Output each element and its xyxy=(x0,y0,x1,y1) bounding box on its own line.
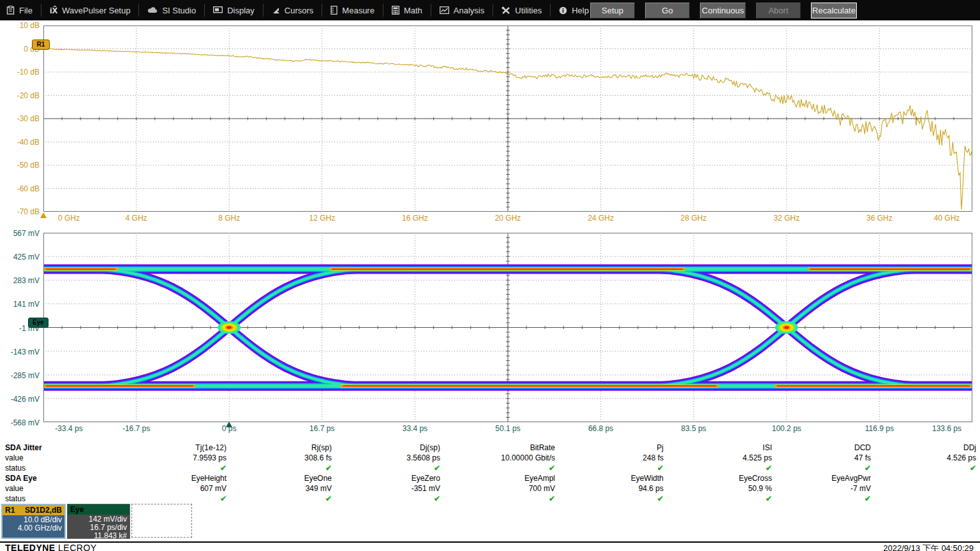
measurement-row-label: value xyxy=(5,453,24,462)
measurement-column-name: BitRate xyxy=(459,443,555,452)
status-pass-checkmark: ✔ xyxy=(236,494,339,503)
sparam-x-tick-label: 12 GHz xyxy=(297,214,348,223)
measurement-column-name: Dj(sp) xyxy=(345,443,440,452)
measurement-value: 349 mV xyxy=(236,484,332,493)
sparam-x-tick-label: 24 GHz xyxy=(575,214,627,223)
eye-y-tick-label: -143 mV xyxy=(0,348,40,356)
measurement-value: 94.6 ps xyxy=(568,484,664,493)
menu-item-si-studio[interactable]: SI Studio xyxy=(139,4,205,17)
measurement-value: 700 mV xyxy=(459,484,555,493)
measurement-column-name: EyeOne xyxy=(236,474,332,483)
continuous-button[interactable]: Continuous xyxy=(700,3,746,18)
status-pass-checkmark: ✔ xyxy=(459,464,563,473)
sparam-x-tick-label: 20 GHz xyxy=(482,214,533,223)
measurement-value: 4.526 ps xyxy=(880,453,976,462)
clock-timestamp: 2022/9/13 下午 04:50:29 xyxy=(883,543,974,551)
eye-y-tick-label: -426 mV xyxy=(0,395,40,404)
measurement-value: 248 fs xyxy=(568,453,664,462)
measurement-value: 607 mV xyxy=(131,484,226,493)
menu-item-utilities[interactable]: Utilities xyxy=(493,4,551,17)
r1-trace-badge[interactable]: R1 xyxy=(32,40,50,50)
measurement-column-name: EyeWidth xyxy=(568,474,664,483)
measurement-column-name: EyeCross xyxy=(676,474,772,483)
eye-x-tick-label: 100.2 ps xyxy=(761,424,812,433)
sparam-x-tick-label: 32 GHz xyxy=(761,214,812,223)
menu-item-file[interactable]: File xyxy=(0,4,41,17)
descriptor-r1-trace-name: SD1D2,dB xyxy=(25,506,62,515)
menu-item-label: WavePulser Setup xyxy=(62,6,130,15)
sparam-y-tick-label: -60 dB xyxy=(0,184,40,193)
measurement-column-name: EyeHeight xyxy=(131,474,226,483)
menu-item-display[interactable]: Display xyxy=(205,4,264,17)
status-pass-checkmark: ✔ xyxy=(775,494,879,503)
trigger-position-marker xyxy=(226,422,232,427)
eye-trace-badge[interactable]: Eye xyxy=(28,318,48,328)
wavepulser-icon: iX̂ xyxy=(50,6,57,15)
sparam-x-tick-label: 40 GHz xyxy=(921,214,972,223)
sparam-y-tick-label: -30 dB xyxy=(0,114,40,123)
measurement-value: -351 mV xyxy=(345,484,440,493)
menu-item-analysis[interactable]: Analysis xyxy=(431,4,493,17)
descriptor-box-empty[interactable] xyxy=(131,504,192,538)
measurement-group-title: SDA Eye xyxy=(5,474,37,483)
status-pass-checkmark: ✔ xyxy=(131,464,234,473)
menu-item-label: Measure xyxy=(342,6,375,15)
eye-x-tick-label: 33.4 ps xyxy=(389,424,440,433)
measurement-column-name: Pj xyxy=(568,443,664,452)
si-studio-icon xyxy=(147,6,158,14)
menu-item-label: SI Studio xyxy=(162,6,196,15)
measurement-row-label: status xyxy=(5,464,26,473)
measurement-value: 308.6 fs xyxy=(236,453,332,462)
status-pass-checkmark: ✔ xyxy=(775,464,879,473)
status-pass-checkmark: ✔ xyxy=(345,464,448,473)
measurement-row-label: status xyxy=(5,494,26,503)
descriptor-r1-hscale: 4.00 GHz/div xyxy=(3,524,62,533)
utilities-icon xyxy=(501,6,510,15)
footer-divider xyxy=(0,541,980,543)
measurement-row-label: value xyxy=(5,484,24,493)
brand-logo: TELEDYNE LECROY xyxy=(5,543,97,551)
descriptor-eye-count: 11.843 k# xyxy=(68,532,127,540)
file-icon xyxy=(6,6,15,15)
descriptor-box-eye[interactable]: Eye 142 mV/div 16.7 ps/div 11.843 k# xyxy=(67,504,130,539)
sparam-y-tick-label: -70 dB xyxy=(0,207,40,216)
measurement-value: 3.5608 ps xyxy=(345,453,440,462)
menu-item-measure[interactable]: Measure xyxy=(322,4,383,17)
sparam-frequency-response-plot[interactable] xyxy=(43,26,972,212)
menu-item-label: Math xyxy=(404,6,422,15)
eye-x-tick-label: 50.1 ps xyxy=(482,424,533,433)
eye-x-tick-label: -16.7 ps xyxy=(111,424,162,433)
status-pass-checkmark: ✔ xyxy=(568,494,671,503)
abort-button: Abort xyxy=(756,3,801,18)
brand-logo-bold: TELEDYNE xyxy=(5,543,56,551)
sparam-x-tick-label: 16 GHz xyxy=(389,214,440,223)
measurement-column-name: EyeZero xyxy=(345,474,440,483)
eye-x-tick-label: 66.8 ps xyxy=(575,424,627,433)
eye-diagram-plot[interactable] xyxy=(43,233,972,422)
measurement-value: 50.9 % xyxy=(676,484,772,493)
eye-x-tick-label: 83.5 ps xyxy=(668,424,719,433)
menu-item-wavepulser-setup[interactable]: iX̂ WavePulser Setup xyxy=(41,4,139,17)
sparam-y-tick-label: -40 dB xyxy=(0,138,40,147)
measurement-column-name: ISI xyxy=(676,443,772,452)
setup-button[interactable]: Setup xyxy=(590,3,635,18)
descriptor-box-r1[interactable]: R1 SD1D2,dB 10.0 dB/div 4.00 GHz/div xyxy=(1,504,66,539)
menu-item-math[interactable]: Math xyxy=(383,4,431,17)
measurement-column-name: Rj(sp) xyxy=(236,443,332,452)
eye-y-tick-label: 141 mV xyxy=(0,300,40,309)
recalculate-button[interactable]: Recalculate xyxy=(811,3,857,18)
status-pass-checkmark: ✔ xyxy=(345,494,448,503)
eye-y-tick-label: -568 mV xyxy=(0,418,40,427)
sparam-x-tick-label: 36 GHz xyxy=(854,214,905,223)
menu-item-label: Cursors xyxy=(285,6,314,15)
menu-item-cursors[interactable]: Cursors xyxy=(264,4,323,17)
status-pass-checkmark: ✔ xyxy=(459,494,563,503)
sparam-x-tick-label: 28 GHz xyxy=(668,214,719,223)
measurement-column-name: DDj xyxy=(880,443,976,452)
go-button[interactable]: Go xyxy=(645,3,690,18)
menu-item-label: Analysis xyxy=(454,6,484,15)
measure-icon xyxy=(330,6,338,15)
sparam-y-tick-label: -50 dB xyxy=(0,161,40,170)
sparam-x-tick-label: 4 GHz xyxy=(111,214,162,223)
sparam-y-tick-label: 10 dB xyxy=(0,21,40,30)
